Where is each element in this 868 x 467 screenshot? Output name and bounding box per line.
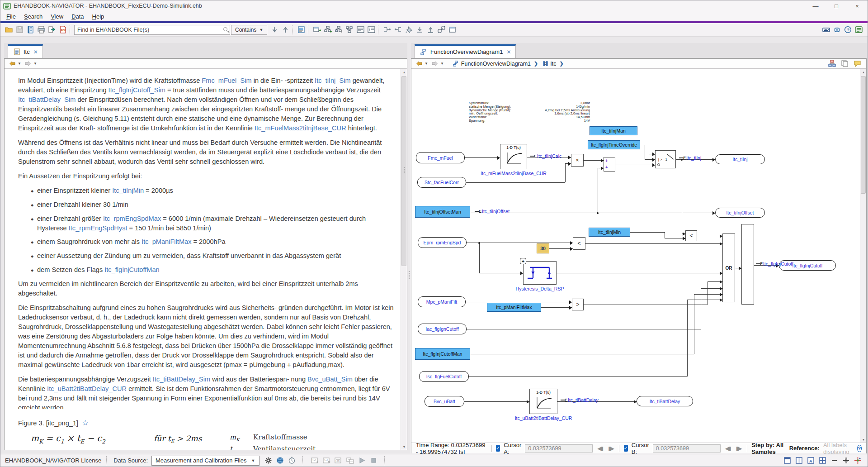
signal-tag[interactable]: EItc_tiInjCalc (530, 153, 561, 159)
assistant-icon[interactable] (831, 24, 842, 35)
help-icon[interactable]: ? (857, 445, 862, 452)
lookup-table-block-1-d-t-u-[interactable]: 1-D T(u) (500, 144, 527, 169)
download-icon[interactable] (414, 24, 425, 35)
port-block-mpc-pmanifilt[interactable]: Mpc_pManiFilt (418, 296, 466, 307)
layout-grid-icon[interactable]: A (805, 455, 816, 466)
report-icon[interactable] (296, 24, 307, 35)
port-block-itc-tiinj[interactable]: Itc_tiInj (715, 154, 765, 164)
doc-link[interactable]: Itc_tiInj_Sim (315, 77, 350, 84)
maximize-button[interactable]: □ (826, 0, 847, 11)
parameter-block-itc-pmanifiltmax[interactable]: Itc_pManiFiltMax (487, 303, 541, 312)
port-block-stc-facfuelcorr[interactable]: Stc_facFuelCorr (417, 177, 466, 188)
port-block-fmc-mfuel[interactable]: Fmc_mFuel (416, 152, 465, 163)
signal-tag[interactable]: EItc_tiBattDelay (561, 397, 599, 403)
measure-config-icon[interactable] (345, 455, 356, 466)
forward-history-caret[interactable]: ▼ (33, 62, 37, 66)
cursor-b-step-back-button[interactable]: ◀▮ (724, 445, 731, 452)
list-detail-icon[interactable] (366, 24, 377, 35)
export-icon[interactable] (47, 24, 57, 35)
layout-split-icon[interactable] (793, 455, 804, 466)
signal-tag[interactable]: EItc_tiInj (679, 155, 701, 161)
port-block-itc-tibattdelay[interactable]: Itc_tiBattDelay (637, 396, 693, 406)
port-block-isc-flgfuelcutoff[interactable]: Isc_flgFuelCutoff (419, 371, 469, 382)
merge-view-icon[interactable] (392, 24, 403, 35)
close-tab-icon[interactable]: ✕ (33, 49, 38, 55)
merge-block[interactable] (741, 224, 754, 305)
menu-file[interactable]: File (2, 12, 20, 21)
arrow-up-icon[interactable] (280, 24, 291, 35)
breadcrumb-block[interactable]: Itc (550, 61, 556, 67)
sum-block[interactable]: ++ (604, 157, 615, 172)
switch-block--1[interactable]: -| >= 1 (655, 150, 676, 168)
document-scrollbar[interactable]: ▲ ▼ (401, 69, 407, 450)
close-tab-icon[interactable]: ✕ (506, 49, 511, 55)
or-block-or[interactable]: OR (722, 234, 735, 302)
doc-link[interactable]: Itc_pManiFiltMax (142, 238, 191, 245)
layout-quad-icon[interactable] (817, 455, 828, 466)
parameter-block-itc-flginjcutoffman[interactable]: Itc_flgInjCutoffMan (415, 348, 470, 360)
signal-tag[interactable]: EItc_flgInjCutoff (756, 261, 793, 267)
close-button[interactable]: × (847, 0, 868, 11)
parameter-block-itc-tiinjman[interactable]: Itc_tiInjMan (590, 126, 637, 135)
doc-link[interactable]: Itc_flgInjCutoffMan (104, 266, 159, 273)
operator-block--[interactable]: < (573, 237, 585, 250)
pdf-icon[interactable]: PDF (57, 24, 68, 35)
stop-icon[interactable] (368, 455, 379, 466)
doc-link[interactable]: Bvc_uBatt_Sim (307, 376, 353, 383)
lookup-table-block-1-d-t-u-[interactable]: 1-D T(u) (529, 389, 557, 414)
split-view-icon[interactable] (382, 24, 392, 35)
port-block-bvc-ubatt[interactable]: Bvc_uBatt (425, 396, 464, 407)
doc-link[interactable]: Fmc_mFuel_Sim (202, 77, 251, 84)
gear-icon[interactable] (263, 455, 274, 466)
cursor-a-input[interactable] (525, 444, 593, 453)
hierarchy-in-icon[interactable] (333, 24, 344, 35)
annotation-icon[interactable] (852, 58, 863, 69)
data-source-select[interactable]: Measurement and Calibration Files ▼ (151, 456, 259, 466)
cursor-a-checkbox[interactable]: ✓ (496, 445, 500, 452)
pin-icon[interactable] (403, 24, 414, 35)
arrow-down-icon[interactable] (269, 24, 280, 35)
operator-block--[interactable]: < (685, 230, 697, 241)
overview-diagram-icon[interactable] (826, 58, 837, 69)
save-icon[interactable] (14, 24, 25, 35)
upload-icon[interactable] (425, 24, 436, 35)
doc-link[interactable]: Itc_uBatt2tiBattDelay_CUR (47, 385, 127, 392)
forward-icon[interactable] (24, 60, 32, 68)
scroll-down-icon[interactable]: ▼ (860, 436, 866, 443)
scrollbar-thumb[interactable] (401, 76, 406, 266)
forward-history-caret[interactable]: ▼ (440, 62, 444, 66)
back-history-caret[interactable]: ▼ (18, 62, 21, 66)
tab-function-overview-diagram[interactable]: FunctionOverviewDiagram1 ✕ (415, 44, 516, 58)
duplicate-view-icon[interactable] (839, 58, 850, 69)
parameter-block-itc-flginjtimeoverride[interactable]: Itc_flgInjTimeOverride (588, 140, 640, 149)
window-icon[interactable] (447, 24, 458, 35)
ebook-icon[interactable] (25, 24, 36, 35)
minus-icon[interactable] (829, 455, 840, 466)
minimize-button[interactable]: — (805, 0, 826, 11)
breadcrumb-diagram[interactable]: FunctionOverviewDiagram1 (461, 61, 531, 67)
forward-icon[interactable] (431, 60, 439, 68)
operator-block--[interactable]: > (572, 299, 584, 310)
fit-icon[interactable] (840, 455, 851, 466)
ehandbook-logo-icon[interactable] (853, 24, 864, 35)
cursor-b-step-forward-button[interactable]: ▮▶ (735, 445, 742, 452)
port-block-epm-rpmengspd[interactable]: Epm_rpmEngSpd (418, 237, 467, 248)
diagram-scrollbar[interactable]: ▲ ▼ (860, 69, 866, 443)
cursor-a-step-forward-button[interactable]: ▮▶ (607, 445, 614, 452)
menu-search[interactable]: Search (20, 12, 47, 21)
hierarchy-add-icon[interactable] (322, 24, 333, 35)
doc-link[interactable]: Itc_tiBattDelay_Sim (153, 376, 210, 383)
signal-tag[interactable]: EItc_tiInjOffset (475, 208, 509, 214)
cursor-b-input[interactable] (653, 444, 721, 453)
menu-help[interactable]: Help (88, 12, 108, 21)
timer-icon[interactable] (287, 455, 297, 466)
doc-link[interactable]: Itc_rpmEngSpdHyst (69, 224, 127, 232)
play-icon[interactable] (357, 455, 368, 466)
print-icon[interactable] (36, 24, 47, 35)
scrollbar-thumb[interactable] (861, 76, 866, 194)
doc-link[interactable]: Itc_tiBattDelay_Sim (18, 96, 75, 103)
keyboard-icon[interactable] (821, 24, 831, 35)
scroll-up-icon[interactable]: ▲ (401, 69, 407, 75)
doc-link[interactable]: Itc_flgInjCutoff_Sim (108, 86, 165, 94)
hysteresis-block[interactable] (523, 261, 557, 285)
